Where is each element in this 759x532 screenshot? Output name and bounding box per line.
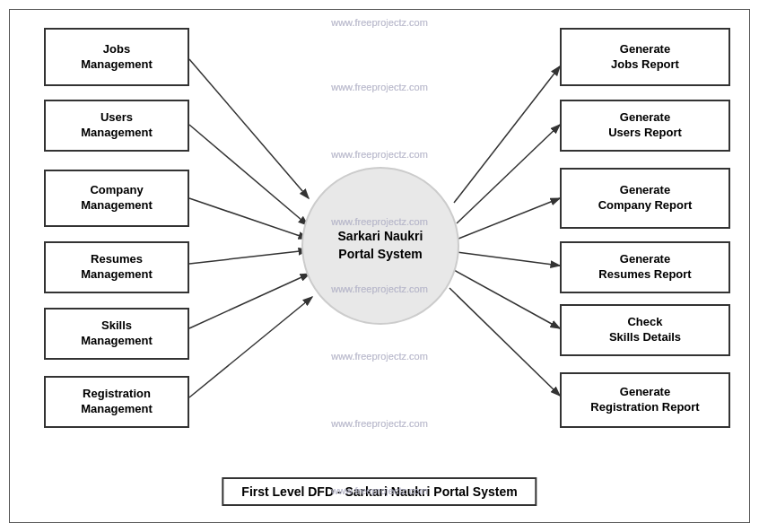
- resumes-management-label: ResumesManagement: [81, 252, 152, 283]
- jobs-management-node: JobsManagement: [44, 28, 189, 86]
- svg-line-12: [449, 288, 560, 396]
- registration-management-node: RegistrationManagement: [44, 376, 189, 428]
- company-management-label: CompanyManagement: [81, 183, 152, 214]
- svg-line-2: [189, 125, 308, 225]
- gen-jobs-label: GenerateJobs Report: [611, 42, 679, 73]
- svg-line-11: [454, 270, 560, 328]
- svg-line-4: [189, 250, 308, 264]
- gen-resumes-node: GenerateResumes Report: [560, 241, 730, 293]
- svg-line-7: [454, 66, 560, 203]
- footer-text: First Level DFD - Sarkari Naukri Portal …: [241, 484, 517, 499]
- gen-registration-label: GenerateRegistration Report: [590, 385, 699, 415]
- svg-line-9: [458, 198, 560, 239]
- gen-company-node: GenerateCompany Report: [560, 168, 730, 229]
- svg-line-5: [189, 274, 310, 328]
- registration-management-label: RegistrationManagement: [81, 387, 152, 417]
- diagram-container: www.freeprojectz.com www.freeprojectz.co…: [9, 9, 750, 523]
- jobs-management-label: JobsManagement: [81, 42, 152, 73]
- skills-management-label: SkillsManagement: [81, 318, 152, 349]
- diagram-inner: JobsManagement UsersManagement CompanyMa…: [10, 10, 749, 522]
- gen-resumes-label: GenerateResumes Report: [598, 252, 691, 283]
- footer-label: First Level DFD - Sarkari Naukri Portal …: [222, 477, 537, 506]
- users-management-label: UsersManagement: [81, 110, 152, 141]
- gen-users-node: GenerateUsers Report: [560, 100, 730, 152]
- gen-registration-node: GenerateRegistration Report: [560, 372, 730, 428]
- gen-company-label: GenerateCompany Report: [598, 183, 693, 214]
- svg-line-3: [189, 198, 308, 239]
- check-skills-label: CheckSkills Details: [609, 315, 681, 345]
- check-skills-node: CheckSkills Details: [560, 304, 730, 356]
- svg-line-6: [189, 297, 312, 397]
- center-circle: Sarkari NaukriPortal System: [301, 167, 459, 325]
- svg-line-1: [189, 59, 309, 198]
- gen-jobs-node: GenerateJobs Report: [560, 28, 730, 86]
- svg-line-8: [457, 125, 560, 223]
- svg-line-10: [457, 252, 560, 266]
- skills-management-node: SkillsManagement: [44, 308, 189, 360]
- resumes-management-node: ResumesManagement: [44, 241, 189, 293]
- center-label: Sarkari NaukriPortal System: [338, 228, 423, 263]
- gen-users-label: GenerateUsers Report: [608, 110, 682, 141]
- company-management-node: CompanyManagement: [44, 170, 189, 227]
- users-management-node: UsersManagement: [44, 100, 189, 152]
